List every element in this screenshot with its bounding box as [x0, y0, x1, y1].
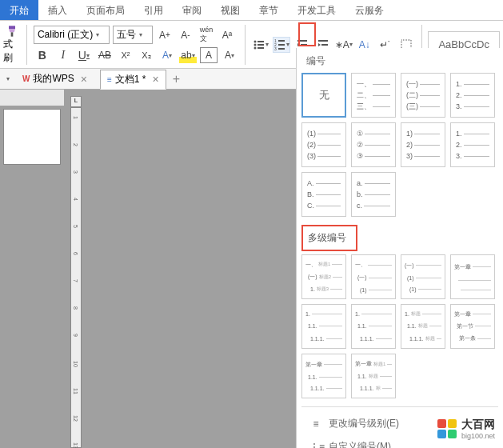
- doc-tab-label: 文档1 *: [115, 73, 146, 86]
- divider: [26, 25, 27, 65]
- strikethrough-button[interactable]: AB: [96, 47, 114, 63]
- doc-tab-label: 我的WPS: [33, 72, 74, 86]
- doc-tab-current[interactable]: ≡ 文档1 * ×: [100, 70, 166, 90]
- tab-insert[interactable]: 插入: [38, 0, 77, 20]
- format-brush[interactable]: 式刷: [3, 25, 20, 65]
- font-size-select[interactable]: 五号▾: [113, 26, 153, 44]
- tab-review[interactable]: 审阅: [173, 0, 211, 20]
- tab-chapter[interactable]: 章节: [250, 0, 288, 20]
- numbering-button[interactable]: 123▾: [273, 37, 290, 53]
- tab-layout[interactable]: 页面布局: [77, 0, 134, 20]
- numbering-option-4[interactable]: ①②③: [351, 122, 396, 167]
- decrease-font-button[interactable]: A-: [177, 27, 194, 43]
- svg-rect-3: [257, 44, 264, 46]
- watermark-logo: [437, 419, 457, 438]
- word-icon: ≡: [107, 75, 112, 84]
- svg-rect-5: [257, 47, 264, 49]
- numbering-option-6[interactable]: 1.2.3.: [450, 122, 495, 167]
- numbering-option-7[interactable]: A.B.C.: [301, 172, 346, 217]
- list-icon: ⋮≡: [309, 442, 322, 449]
- watermark-title: 大百网: [461, 418, 495, 430]
- increase-font-button[interactable]: A+: [156, 27, 174, 43]
- numbering-option-0[interactable]: 一、二、三、: [351, 73, 396, 118]
- page-thumbnail[interactable]: [3, 109, 61, 165]
- numbering-option-2[interactable]: 1.2.3.: [450, 73, 495, 118]
- multilevel-option-0[interactable]: 一、标题1(一)标题21.标题3: [301, 254, 346, 299]
- wps-icon: W: [22, 74, 30, 83]
- add-tab-button[interactable]: +: [173, 72, 180, 86]
- subscript-button[interactable]: X₂: [138, 47, 155, 63]
- bold-button[interactable]: B: [34, 47, 51, 63]
- highlight-numbering: [298, 22, 316, 46]
- highlight-button[interactable]: ab▾: [179, 47, 197, 63]
- font-name-select[interactable]: Calibri (正文)▾: [34, 26, 110, 44]
- italic-button[interactable]: I: [54, 47, 72, 63]
- superscript-button[interactable]: X²: [117, 47, 134, 63]
- svg-text:3: 3: [274, 46, 277, 51]
- multilevel-option-2[interactable]: (一)(1)(1): [401, 254, 445, 299]
- multilevel-option-7[interactable]: 第一章第一节第一条: [450, 304, 495, 349]
- numbering-option-1[interactable]: (一)(二)(三): [401, 73, 445, 118]
- tab-view[interactable]: 视图: [211, 0, 250, 20]
- svg-point-2: [253, 43, 256, 46]
- font-color-button[interactable]: A▾: [158, 47, 176, 63]
- multilevel-option-1[interactable]: 一、(一)(1): [351, 254, 396, 299]
- bullets-button[interactable]: ▾: [252, 37, 269, 53]
- watermark: 大百网 big100.net: [437, 418, 495, 440]
- multilevel-option-8[interactable]: 第一章1.1.1.1.1.: [301, 354, 346, 398]
- svg-point-0: [253, 40, 256, 42]
- underline-button[interactable]: U▾: [75, 47, 93, 63]
- doc-tab-wps[interactable]: W 我的WPS ×: [16, 70, 94, 88]
- chevron-down-icon[interactable]: ▾: [6, 75, 10, 82]
- format-brush-label: 式刷: [3, 38, 20, 65]
- numbering-option-5[interactable]: 1)2)3): [401, 122, 445, 167]
- tab-start[interactable]: 开始: [0, 0, 38, 20]
- document-area: L 12345678910111213: [64, 90, 296, 448]
- watermark-sub: big100.net: [461, 432, 495, 440]
- menu-label: 自定义编号(M)...: [329, 440, 399, 448]
- numbering-option-3[interactable]: (1)(2)(3): [301, 122, 346, 167]
- svg-rect-9: [278, 44, 285, 46]
- divider: [245, 25, 246, 65]
- multilevel-grid: 一、标题1(一)标题21.标题3一、(一)(1)(一)(1)(1)第一章1.1.…: [301, 254, 498, 398]
- close-icon[interactable]: ×: [153, 73, 159, 86]
- numbering-option-8[interactable]: a.b.c.: [351, 172, 396, 217]
- tab-devtools[interactable]: 开发工具: [288, 0, 345, 20]
- svg-rect-15: [318, 40, 328, 42]
- svg-rect-16: [321, 44, 328, 46]
- svg-rect-11: [278, 48, 285, 50]
- navigation-panel: [0, 90, 64, 448]
- tab-reference[interactable]: 引用: [134, 0, 173, 20]
- ribbon-tabs: 开始 插入 页面布局 引用 审阅 视图 章节 开发工具 云服务: [0, 0, 503, 21]
- svg-point-4: [253, 46, 256, 49]
- phonetic-guide-button[interactable]: wén文: [198, 27, 215, 43]
- tab-cloud[interactable]: 云服务: [345, 0, 393, 20]
- numbering-dropdown: 编号 无一、二、三、(一)(二)(三)1.2.3.(1)(2)(3)①②③1)2…: [296, 48, 503, 448]
- svg-rect-1: [257, 41, 264, 42]
- indent-icon: ≡: [309, 418, 322, 430]
- vertical-ruler: 12345678910111213: [70, 107, 82, 448]
- multilevel-option-9[interactable]: 第一章标题11.1.标题1.1.1.标: [351, 354, 396, 398]
- character-border-button[interactable]: A: [200, 47, 218, 63]
- multilevel-option-4[interactable]: 1.1.1.1.1.1.: [301, 304, 346, 349]
- svg-rect-7: [278, 40, 285, 42]
- multilevel-option-5[interactable]: 1.1.1.1.1.1.: [351, 304, 396, 349]
- panel-label: 编号: [301, 53, 498, 73]
- multilevel-option-6[interactable]: 1.标题1.1.标题1.1.1.标题: [401, 304, 445, 349]
- change-case-button[interactable]: Aª: [218, 27, 236, 43]
- multilevel-option-3[interactable]: 第一章: [450, 254, 495, 299]
- close-icon[interactable]: ×: [81, 73, 87, 86]
- multilevel-header: 多级编号: [301, 225, 357, 251]
- numbering-grid: 无一、二、三、(一)(二)(三)1.2.3.(1)(2)(3)①②③1)2)3)…: [301, 73, 498, 217]
- ruler-corner: L: [70, 96, 82, 107]
- menu-label: 更改编号级别(E): [329, 417, 399, 430]
- clear-format-button[interactable]: A▾: [221, 47, 238, 63]
- numbering-option-none[interactable]: 无: [301, 73, 346, 118]
